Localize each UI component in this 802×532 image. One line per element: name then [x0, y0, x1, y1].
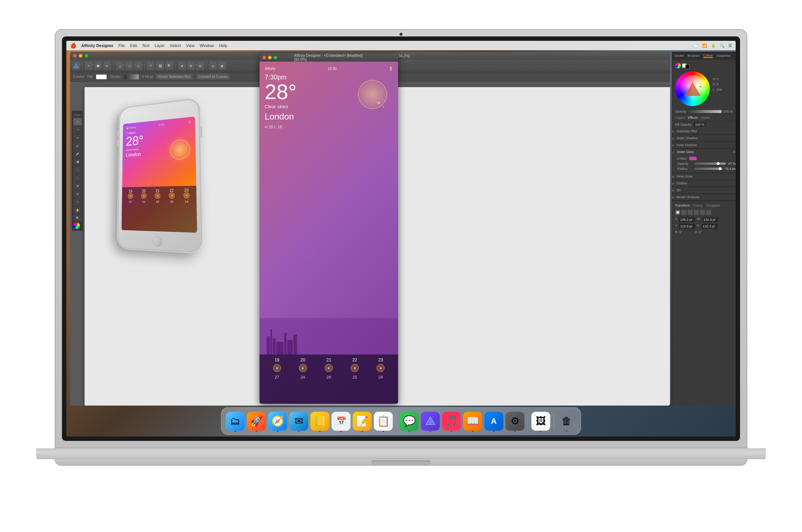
- dock-music[interactable]: 🎵: [442, 412, 461, 431]
- dock-notes[interactable]: 📒: [311, 412, 330, 431]
- color-mode-circle[interactable]: [675, 63, 681, 69]
- minimize-button[interactable]: [79, 54, 82, 58]
- tab-effects[interactable]: Effects: [688, 116, 698, 120]
- toolbar-extra2[interactable]: ⊞: [187, 62, 195, 70]
- dock-safari[interactable]: 🧭: [268, 412, 287, 431]
- tool-group1[interactable]: ⊞: [73, 182, 82, 189]
- glow-opacity-slider[interactable]: [694, 163, 726, 165]
- color-bg-swatch[interactable]: [685, 64, 690, 69]
- tool-select[interactable]: ↖: [85, 62, 93, 70]
- reset-selection-btn[interactable]: Reset Selection Box: [156, 74, 193, 79]
- tool-brush[interactable]: 🖌: [73, 142, 82, 149]
- y-input[interactable]: 119.9 pt: [679, 224, 695, 229]
- menu-view[interactable]: View: [186, 43, 195, 48]
- align-top[interactable]: [694, 210, 699, 215]
- effect-outer-shadow[interactable]: ▶ Outer Shadow: [672, 135, 736, 142]
- emb-minimize-button[interactable]: [268, 56, 272, 59]
- menu-file[interactable]: File: [118, 43, 125, 48]
- app-name-menu[interactable]: Affinity Designer: [81, 43, 113, 48]
- effect-inner-glow[interactable]: ▶ Inner Glow: [672, 173, 736, 180]
- dock-messages[interactable]: 💬: [400, 412, 419, 431]
- tab-brushes[interactable]: Brushes: [688, 54, 700, 58]
- tool-shape3[interactable]: ◇: [134, 62, 142, 70]
- tab-transform[interactable]: Transform: [675, 204, 690, 207]
- tab-styles[interactable]: Styles: [701, 116, 710, 120]
- menu-icon[interactable]: ☰: [728, 43, 732, 48]
- dock-appstore[interactable]: A: [484, 412, 503, 431]
- dock-trash[interactable]: 🗑: [557, 412, 576, 431]
- apple-menu[interactable]: 🍎: [70, 43, 76, 48]
- opacity-slider[interactable]: [688, 110, 722, 113]
- tab-swatches[interactable]: Swatches: [717, 54, 731, 58]
- tool-eyedrop[interactable]: 💉: [73, 150, 82, 157]
- tool-text[interactable]: T: [147, 62, 155, 70]
- w-input[interactable]: 134.9 pt: [702, 217, 719, 222]
- search-icon[interactable]: 🔍: [720, 43, 725, 48]
- glow-radius-slider[interactable]: [694, 168, 723, 170]
- menu-layer[interactable]: Layer: [155, 43, 165, 48]
- menu-text[interactable]: Text: [142, 43, 149, 48]
- tool-shape2[interactable]: ◁: [125, 62, 133, 70]
- tool-arrow[interactable]: ↖: [73, 118, 82, 125]
- toolbar-extra3[interactable]: ⊟: [196, 62, 204, 70]
- menu-window[interactable]: Window: [200, 43, 214, 48]
- tool-pen[interactable]: ✏: [103, 62, 111, 70]
- effect-gaussian-blur[interactable]: ▶ Gaussian Blur: [672, 128, 736, 135]
- align-center-v[interactable]: [700, 210, 705, 215]
- dock-photos[interactable]: 🖼: [532, 412, 550, 431]
- tool-text-2[interactable]: T: [73, 198, 82, 206]
- stroke-preview[interactable]: [124, 74, 139, 79]
- dock-affinity-designer[interactable]: [421, 412, 440, 431]
- tab-navigator[interactable]: Navigator: [706, 204, 720, 207]
- effect-outline[interactable]: ▶ Outline: [672, 180, 736, 187]
- toolbar-extra5[interactable]: ◉: [218, 62, 226, 70]
- dock-reminders[interactable]: 📋: [374, 412, 393, 431]
- tab-stroke[interactable]: Stroke: [674, 54, 684, 58]
- align-center-h[interactable]: [681, 210, 686, 215]
- effect-bevel-emboss[interactable]: ▶ Bevel / Emboss: [672, 194, 736, 201]
- tool-picture[interactable]: 🖼: [156, 62, 164, 70]
- tool-shape1[interactable]: △: [116, 62, 124, 70]
- effect-inner-shadow[interactable]: ▶ Inner Shadow: [672, 142, 736, 149]
- dock-calendar[interactable]: 📅: [332, 412, 351, 431]
- tool-node[interactable]: ⬟: [94, 62, 102, 70]
- effect-3d[interactable]: ▶ 3D: [672, 187, 736, 194]
- tool-color[interactable]: [73, 222, 80, 229]
- x-input[interactable]: 195.2 pt: [679, 217, 695, 222]
- convert-to-curves-btn[interactable]: Convert to Curves: [196, 74, 230, 79]
- toolbar-extra4[interactable]: ◎: [209, 62, 217, 70]
- embedded-canvas[interactable]: Affinity 15:30 🔋 7:30pm 28° Clear skies …: [260, 62, 398, 404]
- menu-help[interactable]: Help: [219, 43, 227, 48]
- outer-glow-settings-icon[interactable]: ⚙: [733, 150, 736, 154]
- glow-colour-swatch[interactable]: [689, 157, 697, 160]
- tool-oval[interactable]: ○: [73, 174, 82, 181]
- dock-finder[interactable]: 🗂: [226, 412, 245, 431]
- tool-hand[interactable]: ✋: [73, 206, 82, 214]
- tool-zoom[interactable]: 🔍: [165, 62, 173, 70]
- tab-colour[interactable]: Colour: [703, 54, 713, 58]
- emb-maximize-button[interactable]: [273, 56, 277, 59]
- tool-rect[interactable]: □: [73, 166, 82, 173]
- fill-value[interactable]: [96, 74, 107, 79]
- effect-outer-glow[interactable]: ✓ Outer Glow ⚙ Colour: [672, 149, 736, 173]
- menu-select[interactable]: Select: [170, 43, 181, 48]
- dock-books[interactable]: 📖: [463, 412, 482, 431]
- toolbar-extra1[interactable]: ◈: [178, 62, 186, 70]
- tab-history[interactable]: History: [693, 204, 703, 207]
- dock-system-preferences[interactable]: ⚙: [506, 412, 525, 431]
- tool-arrow-right[interactable]: ↗: [73, 126, 82, 133]
- tab-layers[interactable]: Layers: [675, 116, 685, 120]
- dock-stickies[interactable]: 📝: [353, 412, 372, 431]
- emb-close-button[interactable]: [262, 56, 266, 59]
- align-left[interactable]: ⬜: [675, 210, 680, 215]
- tool-pen-2[interactable]: ✏: [73, 134, 82, 141]
- maximize-button[interactable]: [85, 54, 88, 58]
- tool-group2[interactable]: ⊟: [73, 190, 82, 197]
- dock-mail[interactable]: ✉: [289, 412, 308, 431]
- dock-launchpad[interactable]: 🚀: [247, 412, 266, 431]
- menu-edit[interactable]: Edit: [130, 43, 137, 48]
- tool-fill[interactable]: ⬟: [73, 158, 82, 165]
- tool-zoom-2[interactable]: 🔍: [73, 214, 82, 222]
- align-right[interactable]: [688, 210, 693, 215]
- close-button[interactable]: [73, 54, 77, 58]
